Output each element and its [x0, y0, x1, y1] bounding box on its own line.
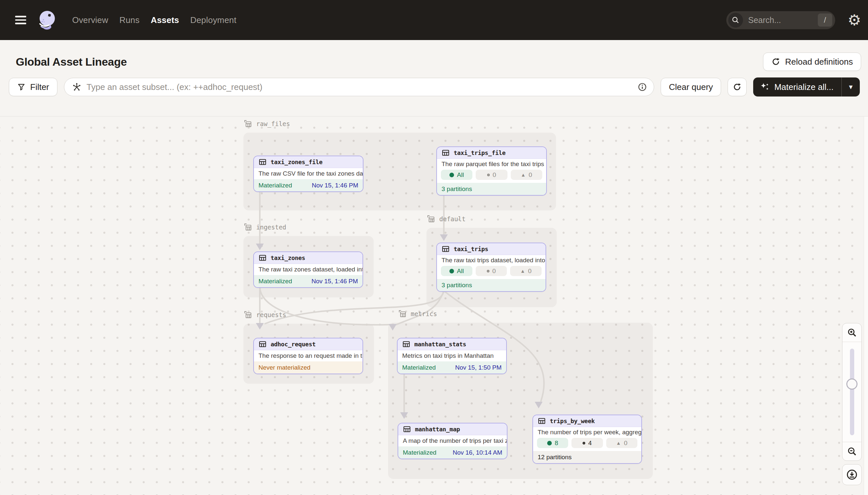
- group-label-requests[interactable]: requests: [243, 310, 286, 319]
- asset-group-icon: [243, 310, 252, 319]
- triangle-icon: ▲: [616, 441, 621, 445]
- status-label: Materialized: [259, 278, 292, 285]
- asset-node-manhattan-map[interactable]: manhattan_map A map of the number of tri…: [397, 423, 508, 459]
- asset-status-bar: 3 partitions: [437, 183, 546, 195]
- search-icon: [728, 13, 743, 28]
- asset-node-taxi-zones-file[interactable]: taxi_zones_file The raw CSV file for the…: [253, 156, 364, 192]
- ring-dot-icon: [487, 174, 490, 176]
- asset-status-bar: 12 partitions: [533, 451, 641, 463]
- table-icon: [259, 254, 267, 262]
- failed-partitions-pill: ▲0: [510, 266, 542, 276]
- table-icon: [403, 425, 411, 433]
- menu-icon[interactable]: [15, 14, 26, 26]
- asset-node-taxi-trips[interactable]: taxi_trips The raw taxi trips dataset, l…: [436, 243, 546, 292]
- ring-dot-icon: [487, 270, 490, 272]
- funnel-icon: [17, 83, 25, 91]
- group-label-raw-files[interactable]: raw_files: [243, 119, 290, 128]
- zoom-out-icon: [847, 446, 857, 457]
- table-icon: [442, 245, 450, 253]
- materialization-timestamp: Nov 15, 1:50 PM: [455, 364, 501, 371]
- partition-health-pills: 8 4 ▲0: [533, 437, 641, 451]
- table-icon: [259, 158, 267, 166]
- sparkle-icon: [760, 82, 769, 92]
- asset-description: The raw parquet files for the taxi trips…: [437, 159, 546, 169]
- clear-query-button[interactable]: Clear query: [661, 78, 721, 96]
- asset-group-icon: [243, 119, 252, 128]
- filled-dot-icon: [449, 269, 454, 273]
- asset-node-trips-by-week[interactable]: trips_by_week The number of trips per we…: [532, 414, 642, 464]
- failed-partitions-pill: ▲0: [606, 438, 637, 448]
- primary-nav: Overview Runs Assets Deployment: [72, 15, 236, 25]
- lineage-canvas[interactable]: raw_files ingested default requests metr…: [0, 116, 868, 495]
- page-header: Global Asset Lineage Reload definitions: [0, 40, 868, 71]
- refresh-icon: [771, 57, 780, 66]
- asset-description: The raw taxi trips dataset, loaded into …: [437, 255, 546, 265]
- partitions-count: 12 partitions: [538, 454, 572, 461]
- group-label-default[interactable]: default: [426, 214, 465, 223]
- asset-group-icon: [243, 223, 252, 232]
- asset-description: Metrics on taxi trips in Manhattan: [397, 350, 506, 361]
- asset-node-manhattan-stats[interactable]: manhattan_stats Metrics on taxi trips in…: [397, 338, 507, 374]
- settings-gear-icon[interactable]: ⚙: [848, 13, 861, 28]
- materialize-all-button[interactable]: Materialize all... ▾: [753, 78, 860, 97]
- reload-definitions-button[interactable]: Reload definitions: [763, 52, 861, 71]
- asset-description: A map of the number of trips per taxi z.…: [398, 435, 507, 446]
- asset-node-taxi-zones[interactable]: taxi_zones The raw taxi zones dataset, l…: [253, 252, 363, 288]
- zoom-out-button[interactable]: [843, 442, 862, 461]
- zoom-in-icon: [847, 327, 857, 338]
- nav-runs[interactable]: Runs: [119, 15, 140, 25]
- materialization-timestamp: Nov 16, 10:14 AM: [453, 449, 502, 456]
- table-icon: [538, 417, 546, 425]
- status-label: Never materialized: [259, 364, 310, 371]
- status-label: Materialized: [259, 182, 292, 189]
- partition-health-pills: All 0 ▲0: [437, 169, 546, 183]
- missing-partitions-pill: 0: [476, 170, 507, 180]
- failed-partitions-pill: ▲0: [511, 170, 542, 180]
- nav-deployment[interactable]: Deployment: [190, 15, 236, 25]
- filter-button[interactable]: Filter: [9, 78, 57, 96]
- materialized-partitions-pill: All: [441, 266, 472, 276]
- status-label: Materialized: [402, 364, 436, 371]
- group-label-metrics[interactable]: metrics: [398, 309, 437, 318]
- canvas-scrollbar[interactable]: [864, 117, 868, 495]
- missing-partitions-pill: 0: [476, 266, 507, 276]
- top-nav: Overview Runs Assets Deployment Search..…: [0, 0, 868, 40]
- asset-status-bar: Materialized Nov 16, 10:14 AM: [398, 446, 507, 459]
- nav-assets[interactable]: Assets: [150, 15, 179, 25]
- refresh-graph-button[interactable]: [728, 78, 747, 96]
- asset-node-taxi-trips-file[interactable]: taxi_trips_file The raw parquet files fo…: [436, 147, 547, 195]
- materialized-partitions-pill: 8: [537, 438, 568, 448]
- asset-status-bar: Materialized Nov 15, 1:46 PM: [254, 275, 362, 287]
- info-icon[interactable]: [637, 82, 647, 92]
- asset-group-icon: [398, 309, 407, 318]
- page-title: Global Asset Lineage: [16, 55, 127, 68]
- asset-node-adhoc-request[interactable]: adhoc_request The response to an request…: [253, 338, 363, 374]
- query-placeholder: Type an asset subset... (ex: ++adhoc_req…: [87, 82, 632, 92]
- fit-view-button[interactable]: [842, 464, 862, 485]
- zoom-slider-track[interactable]: [850, 348, 854, 435]
- group-label-ingested[interactable]: ingested: [243, 223, 286, 232]
- search-shortcut-badge: /: [818, 14, 832, 27]
- table-icon: [259, 340, 267, 348]
- asset-description: The response to an request made in th...: [254, 350, 362, 361]
- zoom-control-panel: [842, 323, 862, 461]
- dagster-logo[interactable]: [37, 10, 57, 30]
- partitions-count: 3 partitions: [442, 281, 472, 289]
- global-search-input[interactable]: Search... /: [726, 11, 835, 29]
- zoom-slider-thumb[interactable]: [846, 378, 857, 390]
- filled-dot-icon: [547, 441, 552, 445]
- asset-description: The number of trips per week, aggreg...: [533, 427, 641, 437]
- asset-status-bar: Never materialized: [254, 361, 362, 374]
- asset-subset-query-input[interactable]: Type an asset subset... (ex: ++adhoc_req…: [64, 78, 654, 96]
- asset-description: The raw CSV file for the taxi zones dat.…: [254, 168, 363, 179]
- lineage-toolbar: Filter Type an asset subset... (ex: ++ad…: [0, 78, 868, 97]
- nav-overview[interactable]: Overview: [72, 15, 108, 25]
- refresh-icon: [732, 82, 742, 91]
- zoom-slider[interactable]: [843, 342, 862, 442]
- materialize-dropdown-caret[interactable]: ▾: [842, 78, 860, 97]
- zoom-in-button[interactable]: [843, 323, 862, 342]
- partitions-count: 3 partitions: [442, 186, 472, 193]
- asset-description: The raw taxi zones dataset, loaded int..…: [254, 264, 362, 275]
- materialization-timestamp: Nov 15, 1:46 PM: [311, 278, 358, 285]
- asset-group-icon: [426, 214, 435, 223]
